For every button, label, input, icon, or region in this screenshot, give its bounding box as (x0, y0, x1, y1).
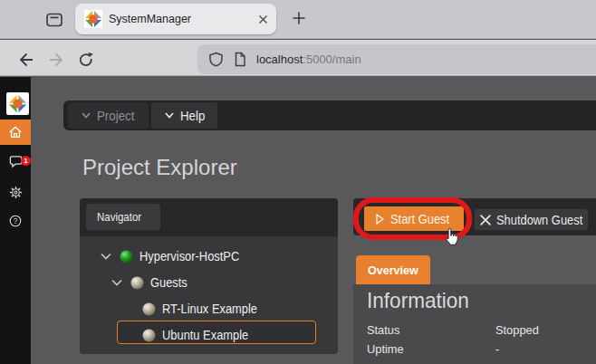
info-label: Uptime (367, 342, 404, 356)
chevron-down-icon[interactable] (101, 253, 111, 260)
menu-bar: Project Help (63, 101, 596, 130)
status-ball-gray (142, 302, 156, 316)
home-icon (8, 125, 23, 139)
app-logo[interactable] (6, 92, 29, 115)
tab-overview[interactable]: Overview (356, 255, 430, 284)
tree-item-hypervisor[interactable]: Hypervisor-HostPC (80, 244, 338, 270)
forward-icon[interactable] (48, 52, 64, 68)
menu-help-label: Help (180, 109, 205, 123)
tree-item-label: RT-Linux Example (162, 302, 257, 316)
x-icon (479, 214, 492, 226)
info-row-status: Status Stopped (367, 323, 401, 337)
tab-overview-label: Overview (368, 263, 418, 277)
navigator-header: Navigator (80, 198, 338, 236)
shield-icon[interactable] (208, 52, 224, 67)
info-label: Status (367, 323, 399, 337)
play-icon (376, 214, 384, 225)
firefox-view-icon[interactable] (46, 13, 62, 27)
info-value: - (495, 342, 499, 356)
navigator-tab-label: Navigator (97, 210, 141, 224)
menu-project-label: Project (97, 109, 134, 123)
tree-item-rtlinux[interactable]: RT-Linux Example (80, 296, 338, 322)
info-value: Stopped (495, 323, 539, 337)
menu-project[interactable]: Project (68, 102, 149, 129)
information-heading: Information (367, 288, 469, 313)
tree-item-ubuntu[interactable]: Ubuntu Example (80, 322, 338, 349)
shutdown-guest-label: Shutdown Guest (496, 213, 582, 227)
url-bar[interactable]: localhost:5000/main (197, 44, 596, 74)
app-sidebar: 1 (0, 77, 31, 364)
browser-tab[interactable]: SystemManager (75, 4, 276, 34)
tab-close-icon[interactable] (256, 13, 270, 26)
notification-badge: 1 (21, 156, 31, 166)
back-icon[interactable] (18, 52, 34, 68)
chevron-down-icon (82, 112, 91, 119)
app-favicon (84, 10, 102, 28)
info-row-uptime: Uptime - (367, 342, 406, 356)
navigator-tab[interactable]: Navigator (86, 204, 160, 230)
sidebar-item-notifications[interactable]: 1 (0, 149, 31, 173)
shutdown-guest-button[interactable]: Shutdown Guest (474, 208, 589, 231)
start-guest-label: Start Guest (390, 212, 449, 226)
reload-icon[interactable] (78, 52, 94, 68)
status-ball-gray (130, 276, 144, 290)
gear-icon (9, 186, 23, 199)
tab-bar: SystemManager (0, 0, 596, 39)
mouse-cursor (445, 225, 458, 248)
new-tab-icon[interactable] (292, 11, 306, 25)
tree-item-label: Guests (150, 275, 187, 290)
browser-window: SystemManager localho (0, 0, 596, 364)
page-content: 1 (0, 77, 596, 364)
app-logo-icon (8, 94, 27, 113)
overview-panel: Information Status Stopped Uptime - (353, 284, 596, 364)
sidebar-item-home[interactable] (0, 120, 31, 145)
menu-help[interactable]: Help (151, 102, 217, 129)
tree-item-guests[interactable]: Guests (80, 270, 338, 296)
help-icon: ? (9, 215, 22, 227)
sidebar-item-help[interactable]: ? (0, 209, 31, 233)
svg-text:?: ? (14, 217, 18, 225)
tree-item-label: Hypervisor-HostPC (139, 249, 239, 263)
navigator-panel: Navigator Hypervisor-HostPC Guests R (80, 198, 338, 354)
tab-title: SystemManager (109, 4, 191, 34)
chevron-down-icon (165, 112, 174, 119)
page-icon[interactable] (233, 52, 247, 67)
sidebar-item-settings[interactable] (0, 180, 31, 204)
page-title: Project Explorer (82, 155, 237, 180)
chevron-down-icon[interactable] (111, 279, 122, 286)
navigator-tree: Hypervisor-HostPC Guests RT-Linux Exampl… (80, 236, 338, 354)
url-text[interactable]: localhost:5000/main (256, 44, 361, 74)
guest-toolbar: Start Guest Shutdown Guest (353, 198, 596, 235)
status-ball-gray (142, 329, 156, 342)
status-ball-green (120, 250, 133, 263)
tree-item-label: Ubuntu Example (162, 328, 248, 342)
navigation-toolbar: localhost:5000/main (0, 40, 596, 76)
